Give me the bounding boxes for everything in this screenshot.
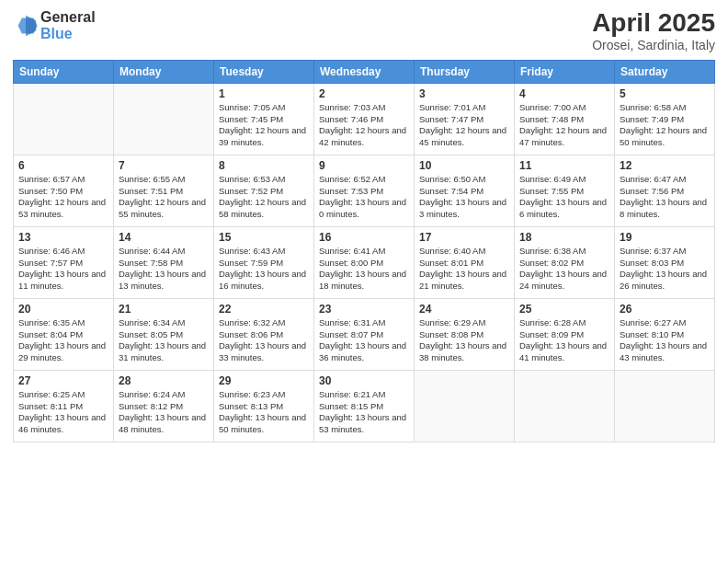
day-number: 19 <box>620 231 710 244</box>
day-info: Sunrise: 6:43 AMSunset: 7:59 PMDaylight:… <box>219 246 309 293</box>
day-number: 3 <box>419 87 509 100</box>
page: General Blue April 2025 Orosei, Sardinia… <box>0 0 728 563</box>
day-number: 13 <box>18 231 108 244</box>
calendar-location: Orosei, Sardinia, Italy <box>592 38 715 52</box>
col-header-tuesday: Tuesday <box>214 60 314 83</box>
day-info: Sunrise: 6:47 AMSunset: 7:56 PMDaylight:… <box>620 174 710 221</box>
day-number: 29 <box>219 374 309 387</box>
header: General Blue April 2025 Orosei, Sardinia… <box>13 9 715 52</box>
day-cell: 21Sunrise: 6:34 AMSunset: 8:05 PMDayligh… <box>114 298 214 370</box>
day-info: Sunrise: 6:32 AMSunset: 8:06 PMDaylight:… <box>219 317 309 364</box>
day-cell <box>114 83 214 155</box>
day-number: 2 <box>319 87 409 100</box>
day-number: 25 <box>519 303 609 316</box>
week-row-2: 6Sunrise: 6:57 AMSunset: 7:50 PMDaylight… <box>14 155 715 226</box>
day-info: Sunrise: 6:58 AMSunset: 7:49 PMDaylight:… <box>620 102 710 149</box>
day-cell: 12Sunrise: 6:47 AMSunset: 7:56 PMDayligh… <box>615 155 715 226</box>
day-number: 4 <box>519 87 609 100</box>
day-cell: 7Sunrise: 6:55 AMSunset: 7:51 PMDaylight… <box>114 155 214 226</box>
day-cell: 25Sunrise: 6:28 AMSunset: 8:09 PMDayligh… <box>515 298 615 370</box>
day-cell: 24Sunrise: 6:29 AMSunset: 8:08 PMDayligh… <box>415 298 515 370</box>
day-number: 14 <box>119 231 209 244</box>
day-number: 27 <box>18 374 108 387</box>
day-number: 1 <box>219 87 309 100</box>
day-info: Sunrise: 6:23 AMSunset: 8:13 PMDaylight:… <box>219 389 309 436</box>
day-cell: 30Sunrise: 6:21 AMSunset: 8:15 PMDayligh… <box>314 370 415 442</box>
col-header-wednesday: Wednesday <box>314 60 415 83</box>
col-header-monday: Monday <box>114 60 214 83</box>
week-row-1: 1Sunrise: 7:05 AMSunset: 7:45 PMDaylight… <box>14 83 715 155</box>
day-info: Sunrise: 6:37 AMSunset: 8:03 PMDaylight:… <box>620 246 710 293</box>
day-number: 11 <box>519 159 609 172</box>
day-info: Sunrise: 6:46 AMSunset: 7:57 PMDaylight:… <box>18 246 108 293</box>
day-cell: 26Sunrise: 6:27 AMSunset: 8:10 PMDayligh… <box>615 298 715 370</box>
day-number: 17 <box>419 231 509 244</box>
logo-text: General Blue <box>40 9 96 41</box>
day-info: Sunrise: 7:01 AMSunset: 7:47 PMDaylight:… <box>419 102 509 149</box>
col-header-thursday: Thursday <box>415 60 515 83</box>
day-number: 7 <box>119 159 209 172</box>
day-cell: 1Sunrise: 7:05 AMSunset: 7:45 PMDaylight… <box>214 83 314 155</box>
logo-icon <box>13 13 39 39</box>
day-number: 12 <box>620 159 710 172</box>
day-cell <box>14 83 114 155</box>
day-cell: 18Sunrise: 6:38 AMSunset: 8:02 PMDayligh… <box>515 226 615 298</box>
logo-blue-text: Blue <box>40 26 96 42</box>
day-info: Sunrise: 7:00 AMSunset: 7:48 PMDaylight:… <box>519 102 609 149</box>
day-cell: 8Sunrise: 6:53 AMSunset: 7:52 PMDaylight… <box>214 155 314 226</box>
day-cell: 11Sunrise: 6:49 AMSunset: 7:55 PMDayligh… <box>515 155 615 226</box>
day-cell <box>515 370 615 442</box>
day-info: Sunrise: 6:53 AMSunset: 7:52 PMDaylight:… <box>219 174 309 221</box>
day-info: Sunrise: 6:35 AMSunset: 8:04 PMDaylight:… <box>18 317 108 364</box>
day-cell <box>615 370 715 442</box>
day-number: 24 <box>419 303 509 316</box>
day-cell: 2Sunrise: 7:03 AMSunset: 7:46 PMDaylight… <box>314 83 415 155</box>
day-info: Sunrise: 6:27 AMSunset: 8:10 PMDaylight:… <box>620 317 710 364</box>
logo: General Blue <box>13 9 96 41</box>
day-info: Sunrise: 6:41 AMSunset: 8:00 PMDaylight:… <box>319 246 409 293</box>
day-number: 9 <box>319 159 409 172</box>
calendar-header-row: SundayMondayTuesdayWednesdayThursdayFrid… <box>14 60 715 83</box>
logo-general-text: General <box>40 9 96 26</box>
day-cell: 16Sunrise: 6:41 AMSunset: 8:00 PMDayligh… <box>314 226 415 298</box>
day-cell: 9Sunrise: 6:52 AMSunset: 7:53 PMDaylight… <box>314 155 415 226</box>
calendar-table: SundayMondayTuesdayWednesdayThursdayFrid… <box>13 60 715 442</box>
day-number: 22 <box>219 303 309 316</box>
day-cell: 27Sunrise: 6:25 AMSunset: 8:11 PMDayligh… <box>14 370 114 442</box>
day-number: 23 <box>319 303 409 316</box>
col-header-saturday: Saturday <box>615 60 715 83</box>
day-info: Sunrise: 6:52 AMSunset: 7:53 PMDaylight:… <box>319 174 409 221</box>
day-cell: 20Sunrise: 6:35 AMSunset: 8:04 PMDayligh… <box>14 298 114 370</box>
day-cell <box>415 370 515 442</box>
day-info: Sunrise: 6:44 AMSunset: 7:58 PMDaylight:… <box>119 246 209 293</box>
day-cell: 28Sunrise: 6:24 AMSunset: 8:12 PMDayligh… <box>114 370 214 442</box>
day-cell: 3Sunrise: 7:01 AMSunset: 7:47 PMDaylight… <box>415 83 515 155</box>
day-cell: 4Sunrise: 7:00 AMSunset: 7:48 PMDaylight… <box>515 83 615 155</box>
day-number: 20 <box>18 303 108 316</box>
day-number: 26 <box>620 303 710 316</box>
day-number: 15 <box>219 231 309 244</box>
day-number: 10 <box>419 159 509 172</box>
day-number: 28 <box>119 374 209 387</box>
week-row-5: 27Sunrise: 6:25 AMSunset: 8:11 PMDayligh… <box>14 370 715 442</box>
day-info: Sunrise: 7:05 AMSunset: 7:45 PMDaylight:… <box>219 102 309 149</box>
day-info: Sunrise: 6:31 AMSunset: 8:07 PMDaylight:… <box>319 317 409 364</box>
day-info: Sunrise: 6:57 AMSunset: 7:50 PMDaylight:… <box>18 174 108 221</box>
day-number: 8 <box>219 159 309 172</box>
day-info: Sunrise: 6:25 AMSunset: 8:11 PMDaylight:… <box>18 389 108 436</box>
day-info: Sunrise: 6:38 AMSunset: 8:02 PMDaylight:… <box>519 246 609 293</box>
day-info: Sunrise: 6:24 AMSunset: 8:12 PMDaylight:… <box>119 389 209 436</box>
day-info: Sunrise: 6:29 AMSunset: 8:08 PMDaylight:… <box>419 317 509 364</box>
day-cell: 6Sunrise: 6:57 AMSunset: 7:50 PMDaylight… <box>14 155 114 226</box>
day-info: Sunrise: 6:28 AMSunset: 8:09 PMDaylight:… <box>519 317 609 364</box>
title-block: April 2025 Orosei, Sardinia, Italy <box>592 9 715 52</box>
day-number: 5 <box>620 87 710 100</box>
day-info: Sunrise: 6:40 AMSunset: 8:01 PMDaylight:… <box>419 246 509 293</box>
day-cell: 10Sunrise: 6:50 AMSunset: 7:54 PMDayligh… <box>415 155 515 226</box>
day-cell: 29Sunrise: 6:23 AMSunset: 8:13 PMDayligh… <box>214 370 314 442</box>
day-cell: 23Sunrise: 6:31 AMSunset: 8:07 PMDayligh… <box>314 298 415 370</box>
calendar-title: April 2025 <box>592 9 715 38</box>
day-info: Sunrise: 6:50 AMSunset: 7:54 PMDaylight:… <box>419 174 509 221</box>
day-cell: 13Sunrise: 6:46 AMSunset: 7:57 PMDayligh… <box>14 226 114 298</box>
day-number: 18 <box>519 231 609 244</box>
